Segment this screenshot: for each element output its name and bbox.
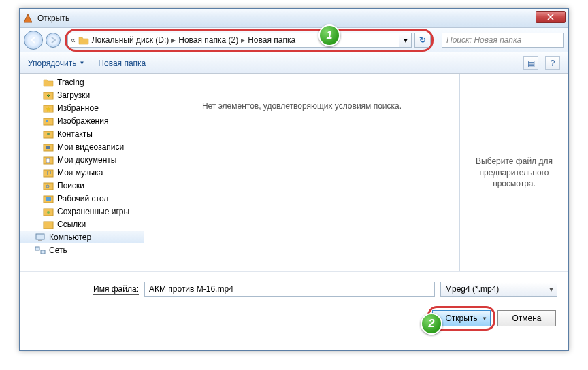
svg-point-7: [47, 133, 50, 135]
sidebar-item-label: Избранное: [57, 103, 99, 113]
chevron-right-icon: ▸: [172, 35, 176, 45]
svg-rect-19: [44, 222, 53, 229]
toolbar: Упорядочить▼ Новая папка ▤ ?: [20, 52, 568, 74]
bottom-panel: Имя файла: АКМ против М-16.mp4 Mpeg4 (*.…: [20, 271, 568, 335]
empty-message: Нет элементов, удовлетворяющих условиям …: [202, 101, 402, 111]
nav-bar: « Локальный диск (D:) ▸ Новая папка (2) …: [20, 28, 568, 52]
organize-button[interactable]: Упорядочить▼: [28, 58, 84, 68]
sidebar-item-desktop[interactable]: Рабочий стол: [20, 192, 144, 205]
sidebar-item-label: Изображения: [57, 116, 108, 126]
sidebar-item-contact[interactable]: Контакты: [20, 127, 144, 140]
breadcrumb-segment[interactable]: Новая папка: [248, 35, 295, 45]
sidebar-item-label: Tracing: [57, 78, 84, 87]
svg-rect-20: [36, 234, 44, 239]
view-options-button[interactable]: ▤: [523, 56, 538, 70]
sidebar-item-links[interactable]: Ссылки: [20, 218, 144, 231]
svg-rect-9: [46, 146, 50, 149]
chevron-left-icon: «: [71, 35, 76, 45]
annotation-callout-2: 2: [421, 313, 442, 335]
sidebar-item-pic[interactable]: Изображения: [20, 114, 144, 127]
titlebar: Открыть: [20, 9, 568, 28]
sidebar-item-label: Загрузки: [57, 90, 90, 100]
chevron-right-icon: ▸: [241, 35, 245, 45]
window-title: Открыть: [37, 14, 69, 23]
app-icon: [22, 13, 33, 24]
annotation-callout-1: 1: [318, 24, 340, 46]
preview-pane: Выберите файл для предварительного просм…: [459, 74, 568, 271]
sidebar-item-search[interactable]: Поиски: [20, 179, 144, 192]
close-button[interactable]: [536, 11, 566, 23]
cancel-button[interactable]: Отмена: [497, 310, 556, 326]
svg-marker-0: [24, 14, 32, 22]
breadcrumb-segment[interactable]: Новая папка (2): [178, 35, 238, 45]
address-bar-wrap: « Локальный диск (D:) ▸ Новая папка (2) …: [67, 32, 431, 48]
svg-rect-23: [41, 250, 45, 254]
search-placeholder: Поиск: Новая папка: [446, 35, 521, 45]
sidebar-item-network[interactable]: Сеть: [20, 243, 144, 256]
sidebar-item-folder[interactable]: Tracing: [20, 75, 144, 88]
svg-rect-22: [35, 247, 39, 250]
sidebar-item-label: Поиски: [57, 181, 84, 190]
breadcrumb-segment[interactable]: Локальный диск (D:): [92, 35, 169, 45]
sidebar-item-label: Сохраненные игры: [57, 207, 129, 216]
main-pane: Нет элементов, удовлетворяющих условиям …: [144, 74, 568, 271]
help-button[interactable]: ?: [545, 56, 560, 70]
filename-input[interactable]: АКМ против М-16.mp4: [144, 282, 435, 297]
back-button[interactable]: [24, 31, 43, 50]
svg-rect-13: [44, 183, 53, 190]
sidebar-item-label: Моя музыка: [57, 168, 103, 178]
svg-point-18: [47, 211, 50, 214]
filetype-dropdown[interactable]: Mpeg4 (*.mp4): [440, 282, 557, 297]
sidebar-item-fav[interactable]: Избранное: [20, 101, 144, 114]
sidebar-item-label: Ссылки: [57, 220, 86, 229]
svg-point-5: [46, 120, 48, 122]
nav-tree[interactable]: TracingЗагрузкиИзбранноеИзображенияКонта…: [20, 74, 144, 271]
sidebar-item-label: Рабочий стол: [57, 194, 108, 203]
sidebar-item-label: Компьютер: [49, 233, 91, 242]
search-input[interactable]: Поиск: Новая папка: [442, 33, 564, 48]
sidebar-item-label: Мои документы: [57, 155, 116, 165]
sidebar-item-docs[interactable]: Мои документы: [20, 153, 144, 166]
address-bar[interactable]: « Локальный диск (D:) ▸ Новая папка (2) …: [67, 33, 399, 48]
sidebar-item-label: Контакты: [57, 129, 93, 139]
open-dialog: Открыть « Локальный диск (D:) ▸ Новая па…: [19, 8, 569, 351]
folder-icon: [78, 35, 89, 45]
dialog-body: TracingЗагрузкиИзбранноеИзображенияКонта…: [20, 74, 568, 271]
sidebar-item-label: Мои видеозаписи: [57, 142, 124, 152]
sidebar-item-computer[interactable]: Компьютер: [20, 231, 144, 243]
sidebar-item-music[interactable]: Моя музыка: [20, 166, 144, 179]
sidebar-item-downloads[interactable]: Загрузки: [20, 88, 144, 101]
svg-rect-4: [44, 118, 53, 125]
svg-rect-16: [46, 197, 51, 201]
svg-rect-11: [46, 158, 50, 163]
svg-rect-21: [38, 240, 42, 241]
forward-button[interactable]: [46, 33, 61, 48]
sidebar-item-label: Сеть: [49, 246, 67, 255]
preview-message: Выберите файл для предварительного просм…: [467, 156, 561, 190]
filename-label: Имя файла:: [93, 284, 139, 294]
file-list[interactable]: Нет элементов, удовлетворяющих условиям …: [144, 74, 459, 271]
new-folder-button[interactable]: Новая папка: [98, 58, 146, 68]
sidebar-item-video[interactable]: Мои видеозаписи: [20, 140, 144, 153]
address-dropdown[interactable]: ▾: [399, 33, 412, 48]
refresh-button[interactable]: ↻: [414, 33, 431, 48]
sidebar-item-games[interactable]: Сохраненные игры: [20, 205, 144, 218]
